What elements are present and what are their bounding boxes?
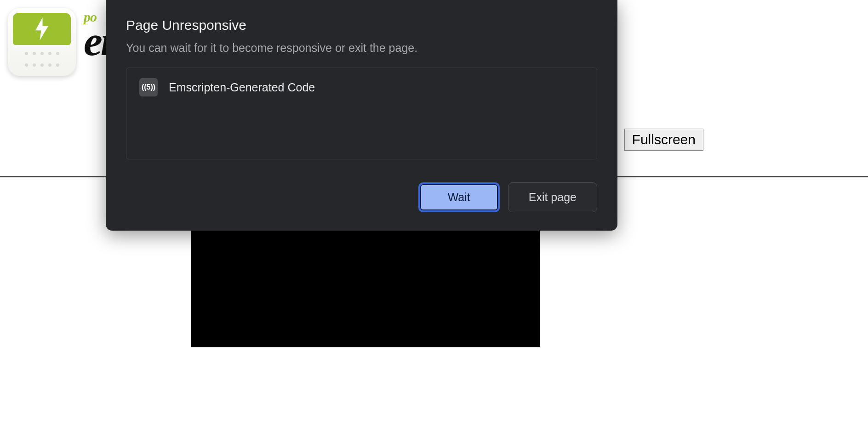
emscripten-logo: [7, 7, 76, 76]
exit-page-button[interactable]: Exit page: [508, 182, 597, 212]
page-unresponsive-dialog: Page Unresponsive You can wait for it to…: [106, 0, 617, 231]
page-root: po en Fullscreen Page Unresponsive You c…: [0, 0, 868, 430]
logo-bottom: [13, 45, 71, 71]
logo-top: [13, 13, 71, 45]
list-item-label: Emscripten-Generated Code: [169, 81, 315, 94]
list-item[interactable]: ((5)) Emscripten-Generated Code: [139, 78, 584, 96]
dialog-subtitle: You can wait for it to become responsive…: [126, 41, 597, 55]
page-favicon-icon: ((5)): [139, 78, 158, 96]
unresponsive-pages-list: ((5)) Emscripten-Generated Code: [126, 68, 597, 159]
dialog-actions: Wait Exit page: [126, 182, 597, 212]
wait-button[interactable]: Wait: [418, 182, 500, 212]
dialog-title: Page Unresponsive: [126, 17, 597, 33]
fullscreen-button[interactable]: Fullscreen: [624, 129, 703, 151]
lightning-bolt-icon: [33, 17, 51, 40]
